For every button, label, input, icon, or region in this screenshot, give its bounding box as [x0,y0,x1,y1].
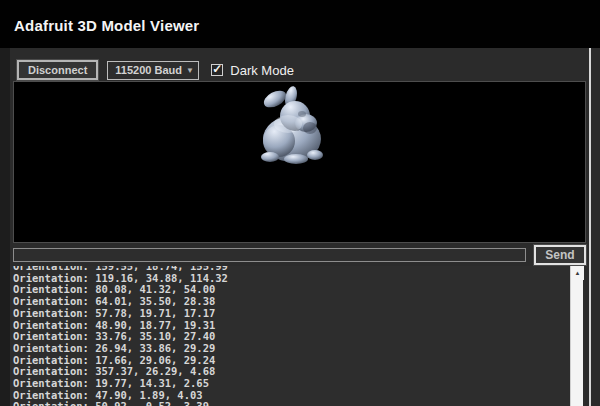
console-line: Orientation: 19.77, 14.31, 2.65 [13,378,567,390]
console-line: Orientation: 26.94, 33.86, 29.29 [13,343,567,355]
scroll-up-arrow-icon[interactable]: ▲ [571,266,584,280]
disconnect-button[interactable]: Disconnect [17,60,98,80]
chevron-down-icon: ▼ [182,66,194,75]
page-left-edge [0,48,10,406]
baud-rate-value: 115200 Baud [115,64,182,76]
send-button[interactable]: Send [534,245,586,265]
dark-mode-checkbox[interactable] [211,64,223,76]
console-line: Orientation: 57.78, 19.71, 17.17 [13,308,567,320]
console-output: Orientation: 159.55, 18.74, 155.99Orient… [13,266,567,406]
model-viewer-canvas[interactable] [13,81,586,243]
bunny-3d-model [254,86,340,166]
toolbar: Disconnect 115200 Baud ▼ Dark Mode [17,60,294,80]
app-header: Adafruit 3D Model Viewer [0,0,600,48]
serial-console[interactable]: Orientation: 159.55, 18.74, 155.99Orient… [10,266,585,406]
dark-mode-label: Dark Mode [230,63,294,78]
console-line: Orientation: 50.92, -0.52, 3.39 [13,401,567,406]
console-scrollbar[interactable]: ▲ [570,266,583,406]
serial-send-input[interactable] [13,248,526,262]
page-title: Adafruit 3D Model Viewer [0,0,600,34]
page-right-divider [589,48,591,406]
baud-rate-select[interactable]: 115200 Baud ▼ [107,61,199,80]
